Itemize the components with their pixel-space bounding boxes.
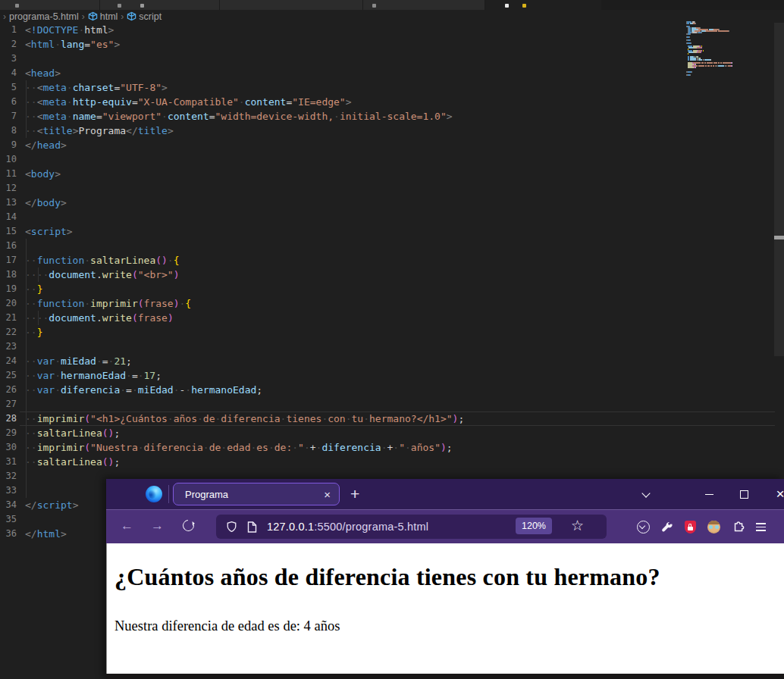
code-line[interactable]: 14 (0, 210, 784, 224)
forward-button[interactable]: → (151, 518, 164, 534)
zoom-level-badge[interactable]: 120% (516, 518, 552, 534)
code-line[interactable]: 4<head> (0, 66, 784, 80)
code-line[interactable]: 10 (0, 152, 784, 167)
menu-hamburger-icon[interactable] (756, 523, 766, 531)
code-line[interactable]: 12 (0, 181, 784, 196)
shield-icon[interactable] (226, 521, 237, 533)
code-line[interactable]: 9</head> (0, 138, 784, 152)
line-number: 18 (0, 268, 17, 282)
code-line[interactable]: 23 (0, 340, 784, 354)
line-number: 13 (0, 196, 17, 210)
minimize-icon (705, 494, 713, 495)
line-number: 12 (0, 181, 17, 196)
editor-tab-1[interactable] (0, 0, 100, 10)
minimap[interactable] (686, 21, 750, 76)
editor-tab-strip (0, 0, 784, 10)
line-number: 23 (0, 340, 17, 354)
line-number: 6 (0, 95, 17, 109)
file-icon (522, 4, 526, 8)
line-number: 26 (0, 383, 17, 397)
code-line[interactable]: 11<body> (0, 167, 784, 181)
page-info-icon[interactable] (247, 521, 257, 533)
url-text[interactable]: 127.0.0.1:5500/programa-5.html (267, 521, 428, 533)
code-line[interactable]: 16 (0, 239, 784, 253)
minimap-line (686, 74, 750, 76)
tab-close-icon[interactable]: × (324, 488, 331, 501)
code-line[interactable]: 31··saltarLinea(); (0, 455, 784, 469)
editor-tab-2[interactable] (100, 0, 220, 10)
browser-tab[interactable]: Programa × (173, 483, 340, 505)
editor-tab-4[interactable] (363, 0, 485, 10)
code-line[interactable]: 20··function·imprimir(frase)·{ (0, 296, 784, 311)
code-line[interactable]: 28··imprimir("<h1>¿Cuántos·años·de·difer… (0, 411, 784, 426)
editor-tab-3[interactable] (220, 0, 363, 10)
url-bar[interactable]: 127.0.0.1:5500/programa-5.html 120% ☆ (216, 515, 607, 539)
bookmark-star-icon[interactable]: ☆ (571, 517, 584, 534)
code-text: ··var·miEdad·=·21; (25, 354, 132, 368)
code-line[interactable]: 8··<title>Programa</title> (0, 124, 784, 138)
code-text: <body> (25, 167, 61, 181)
code-line[interactable]: 25··var·hermanoEdad·=·17; (0, 368, 784, 383)
code-line[interactable]: 1<!DOCTYPE·html> (0, 23, 784, 37)
code-line[interactable]: 7··<meta·name="viewport"·content="width=… (0, 109, 784, 124)
symbol-cube-icon (127, 11, 136, 21)
code-text: ··<meta·charset="UTF-8"> (25, 80, 168, 95)
extensions-puzzle-icon[interactable] (732, 521, 745, 534)
scrollbar-marker (774, 236, 784, 239)
code-text: ··saltarLinea(); (25, 455, 120, 469)
code-line[interactable]: 3 (0, 52, 784, 66)
code-line[interactable]: 26··var·diferencia·=·miEdad·-·hermanoEda… (0, 383, 784, 397)
line-number: 33 (0, 483, 17, 498)
browser-titlebar: Programa × + × (106, 479, 784, 509)
code-line[interactable]: 5··<meta·charset="UTF-8"> (0, 80, 784, 95)
line-number: 8 (0, 124, 17, 138)
code-line[interactable]: 13</body> (0, 196, 784, 210)
new-tab-button[interactable]: + (350, 485, 359, 503)
breadcrumb-chevron-icon: › (82, 11, 85, 22)
code-text: ····document.write(frase) (25, 311, 174, 325)
breadcrumb-symbol-html[interactable]: html (100, 11, 118, 22)
tab-separator (168, 485, 169, 503)
code-line[interactable]: 30··imprimir("Nuestra·diferencia·de·edad… (0, 440, 784, 455)
code-line[interactable]: 17··function·saltarLinea()·{ (0, 253, 784, 268)
code-line[interactable]: 18····document.write("<br>") (0, 268, 784, 282)
code-line[interactable]: 24··var·miEdad·=·21; (0, 354, 784, 368)
back-button[interactable]: ← (121, 518, 133, 534)
code-line[interactable]: 21····document.write(frase) (0, 311, 784, 325)
line-number: 35 (0, 512, 17, 527)
tab-list-chevron-icon[interactable] (643, 490, 651, 498)
code-text: ··} (25, 282, 42, 296)
line-number: 29 (0, 426, 17, 440)
breadcrumb-file[interactable]: programa-5.html (9, 11, 79, 22)
editor-tab-active[interactable] (485, 0, 602, 10)
code-line[interactable]: 6··<meta·http-equiv="X-UA-Compatible"·co… (0, 95, 784, 109)
line-number: 10 (0, 152, 17, 167)
line-number: 27 (0, 397, 17, 411)
code-line[interactable]: 22··} (0, 325, 784, 340)
line-number: 34 (0, 498, 17, 512)
code-text: ····document.write("<br>") (25, 268, 180, 282)
tab-title: Programa (185, 489, 324, 500)
line-number: 20 (0, 296, 17, 311)
code-line[interactable]: 19··} (0, 282, 784, 296)
code-line[interactable]: 15<script> (0, 224, 784, 239)
code-line[interactable]: 29··saltarLinea(); (0, 426, 784, 440)
account-avatar[interactable] (707, 521, 720, 534)
wrench-icon[interactable] (661, 521, 673, 534)
line-number: 14 (0, 210, 17, 224)
adblock-shield-icon[interactable] (685, 521, 696, 534)
code-line[interactable]: 2<html·lang="es"> (0, 37, 784, 52)
minimize-button[interactable] (704, 479, 714, 509)
pocket-icon[interactable] (637, 521, 650, 534)
reload-button[interactable] (180, 518, 196, 534)
file-icon (118, 4, 121, 8)
code-text: ··<meta·http-equiv="X-UA-Compatible"·con… (25, 95, 352, 109)
maximize-button[interactable] (739, 479, 749, 509)
breadcrumb-symbol-script[interactable]: script (139, 11, 162, 22)
close-button[interactable]: × (775, 479, 784, 509)
code-line[interactable]: 27 (0, 397, 784, 411)
code-text: <script> (25, 224, 73, 239)
page-content: ¿Cuántos años de diferencia tienes con t… (106, 543, 784, 674)
code-editor[interactable]: 1<!DOCTYPE·html>2<html·lang="es">34<head… (0, 23, 784, 553)
editor-scrollbar[interactable] (774, 23, 784, 356)
